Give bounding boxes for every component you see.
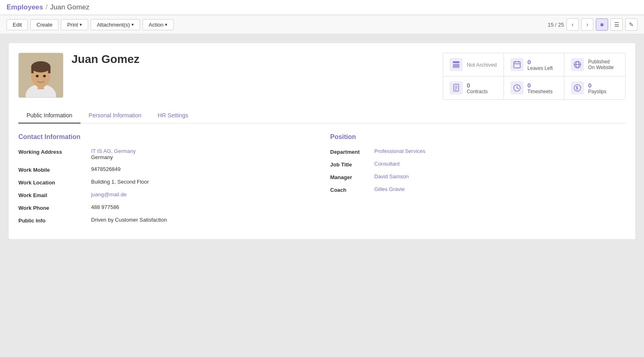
manager-value[interactable]: David Samson	[374, 173, 626, 180]
status-cell-contracts[interactable]: 0 Contracts	[443, 76, 504, 99]
toolbar-right: 15 / 25 ‹ › ■ ☰ ✎	[548, 18, 637, 31]
contracts-count: 0	[467, 82, 488, 89]
position-section: Position Department Professional Service…	[330, 133, 626, 229]
svg-rect-5	[31, 67, 33, 73]
tab-public-information[interactable]: Public Information	[18, 108, 80, 123]
work-email-label: Work Email	[18, 191, 88, 198]
prev-button[interactable]: ‹	[566, 18, 579, 31]
manager-label: Manager	[330, 173, 371, 180]
leaves-text: 0 Leaves Left	[528, 58, 553, 71]
contact-section: Contact Information Working Address IT I…	[18, 133, 314, 229]
record-card: Juan Gomez Not Archived	[8, 43, 636, 240]
timesheets-text: 0 Timesheets	[528, 82, 553, 94]
job-title-value[interactable]: Consultant	[374, 161, 626, 167]
svg-point-7	[36, 75, 39, 77]
tab-hr-settings[interactable]: HR Settings	[149, 108, 196, 123]
breadcrumb-separator: /	[46, 3, 48, 11]
field-work-mobile: Work Mobile 9478526849	[18, 166, 314, 173]
timesheets-label: Timesheets	[528, 89, 553, 94]
svg-rect-6	[48, 67, 51, 73]
field-department: Department Professional Services	[330, 148, 626, 155]
contracts-icon	[450, 81, 463, 94]
published-text: PublishedOn Website	[588, 59, 613, 70]
published-label: PublishedOn Website	[588, 59, 613, 70]
svg-line-24	[517, 88, 519, 89]
payslips-icon: $	[571, 81, 584, 94]
field-work-location: Work Location Building 1, Second Floor	[18, 179, 314, 186]
pagination-info: 15 / 25	[548, 22, 564, 28]
contact-section-title: Contact Information	[18, 133, 314, 141]
payslips-text: 0 Payslips	[588, 82, 606, 94]
working-address-link[interactable]: IT IS AG, Germany	[91, 148, 136, 154]
create-button[interactable]: Create	[30, 19, 58, 30]
position-section-title: Position	[330, 133, 626, 141]
status-cell-published[interactable]: PublishedOn Website	[564, 53, 625, 76]
print-button[interactable]: Print	[61, 19, 88, 30]
employee-name-section: Juan Gomez	[71, 53, 435, 67]
working-address-country: Germany	[91, 154, 113, 160]
work-location-value: Building 1, Second Floor	[91, 179, 314, 185]
breadcrumb-bar: Employees / Juan Gomez	[0, 0, 644, 15]
public-info-value: Driven by Customer Satisfaction	[91, 217, 314, 223]
avatar	[18, 53, 63, 98]
leaves-icon	[510, 58, 524, 71]
timesheets-icon	[510, 81, 524, 94]
working-address-value: IT IS AG, Germany Germany	[91, 148, 314, 160]
coach-label: Coach	[330, 186, 371, 193]
archived-icon	[450, 58, 463, 71]
tabs: Public Information Personal Information …	[18, 108, 626, 123]
list-view-button[interactable]: ☰	[611, 18, 623, 31]
field-working-address: Working Address IT IS AG, Germany German…	[18, 148, 314, 160]
svg-point-4	[31, 61, 50, 72]
svg-point-8	[43, 75, 46, 77]
department-value[interactable]: Professional Services	[374, 148, 626, 154]
leaves-label: Leaves Left	[528, 65, 553, 71]
job-title-label: Job Title	[330, 161, 371, 168]
status-grid: Not Archived 0 Leaves Left	[443, 53, 626, 100]
not-archived-label: Not Archived	[467, 62, 497, 68]
employee-name: Juan Gomez	[71, 53, 435, 66]
contracts-label: Contracts	[467, 89, 488, 94]
next-button[interactable]: ›	[581, 18, 593, 31]
breadcrumb: Employees / Juan Gomez	[7, 3, 89, 11]
breadcrumb-employees-link[interactable]: Employees	[7, 3, 43, 11]
working-address-label: Working Address	[18, 148, 88, 155]
timesheets-count: 0	[528, 82, 553, 89]
field-work-phone: Work Phone 488 977586	[18, 204, 314, 211]
coach-value[interactable]: Gilles Gravie	[374, 186, 626, 192]
grid-view-button[interactable]: ■	[596, 18, 608, 31]
not-archived-text: Not Archived	[467, 62, 497, 68]
toolbar: Edit Create Print Attachment(s) Action 1…	[0, 15, 644, 34]
field-coach: Coach Gilles Gravie	[330, 186, 626, 193]
department-label: Department	[330, 148, 371, 155]
svg-text:$: $	[576, 86, 578, 90]
status-cell-leaves[interactable]: 0 Leaves Left	[504, 53, 565, 76]
svg-rect-11	[514, 62, 520, 68]
main-content: Juan Gomez Not Archived	[0, 34, 644, 248]
tab-personal-information[interactable]: Personal Information	[80, 108, 149, 123]
work-location-label: Work Location	[18, 179, 88, 186]
work-phone-label: Work Phone	[18, 204, 88, 211]
work-phone-value: 488 977586	[91, 204, 314, 210]
attachments-button[interactable]: Attachment(s)	[91, 19, 140, 30]
svg-rect-9	[453, 61, 459, 63]
field-manager: Manager David Samson	[330, 173, 626, 180]
field-work-email: Work Email juang@mail.de	[18, 191, 314, 198]
edit-button[interactable]: Edit	[7, 19, 28, 30]
leaves-count: 0	[528, 58, 553, 65]
public-info-label: Public Info	[18, 217, 88, 224]
status-cell-not-archived[interactable]: Not Archived	[443, 53, 504, 76]
status-cell-payslips[interactable]: $ 0 Payslips	[564, 76, 625, 99]
action-button[interactable]: Action	[143, 19, 174, 30]
field-job-title: Job Title Consultant	[330, 161, 626, 168]
work-email-value[interactable]: juang@mail.de	[91, 191, 314, 198]
svg-rect-10	[453, 64, 459, 68]
edit-form-button[interactable]: ✎	[625, 18, 637, 31]
field-public-info: Public Info Driven by Customer Satisfact…	[18, 217, 314, 224]
tab-content: Contact Information Working Address IT I…	[18, 133, 626, 229]
breadcrumb-current: Juan Gomez	[50, 3, 89, 11]
payslips-label: Payslips	[588, 89, 606, 94]
contracts-text: 0 Contracts	[467, 82, 488, 94]
employee-header: Juan Gomez Not Archived	[18, 53, 626, 100]
status-cell-timesheets[interactable]: 0 Timesheets	[504, 76, 565, 99]
